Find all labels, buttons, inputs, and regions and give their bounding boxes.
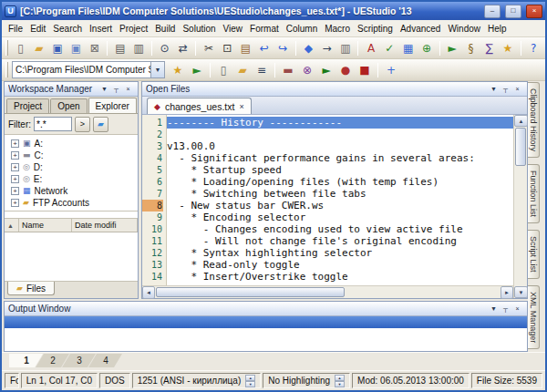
horizontal-scrollbar[interactable]: ◄ ► — [142, 285, 513, 298]
menu-item-help[interactable]: Help — [484, 20, 511, 36]
panel-menu-button[interactable]: ▼ — [488, 84, 500, 95]
scroll-left-icon[interactable]: ◄ — [142, 286, 155, 299]
save-file-button[interactable]: ▣ — [49, 39, 67, 57]
output-content[interactable] — [5, 316, 527, 351]
column-header-name[interactable]: Name — [19, 219, 72, 232]
goto-line-button[interactable]: → — [318, 39, 335, 57]
spinner-down-icon[interactable]: ▼ — [245, 381, 255, 387]
debug-button[interactable]: ● — [336, 61, 355, 79]
spinner-up-icon[interactable]: ▲ — [335, 375, 345, 381]
expand-icon[interactable]: + — [11, 139, 19, 148]
filter-apply-button[interactable]: > — [75, 117, 90, 132]
print-preview-button[interactable]: ▥ — [130, 39, 148, 57]
side-tab-clipboard-history[interactable]: Clipboard History — [528, 82, 540, 158]
maximize-button[interactable]: □ — [505, 5, 521, 18]
menu-item-file[interactable]: File — [5, 20, 26, 36]
compile-button[interactable]: ⊗ — [298, 61, 316, 79]
pin-icon[interactable]: ┬ — [500, 84, 511, 95]
panel-menu-button[interactable]: ▼ — [98, 84, 110, 95]
tree-item-e-[interactable]: +◎E: — [5, 173, 138, 185]
spell-check-button[interactable]: ✓ — [381, 39, 398, 57]
menu-item-edit[interactable]: Edit — [26, 20, 49, 36]
status-line-ending[interactable]: DOS — [99, 373, 130, 388]
menu-item-solution[interactable]: Solution — [179, 20, 219, 36]
filter-input[interactable] — [34, 117, 72, 131]
build-button[interactable]: ▬ — [279, 61, 297, 79]
toolbar-grip[interactable] — [5, 62, 8, 77]
menu-item-format[interactable]: Format — [246, 20, 283, 36]
workspace-tab-project[interactable]: Project — [6, 98, 49, 113]
save-all-button[interactable]: ▣ — [67, 39, 85, 57]
toolbar-grip[interactable] — [5, 40, 8, 56]
menu-item-macro[interactable]: Macro — [321, 20, 354, 36]
undo-button[interactable]: ↩ — [255, 39, 273, 57]
expand-icon[interactable]: + — [11, 199, 19, 207]
path-combo[interactable]: C:\Program Files\IDM Computer Sc ▼ — [12, 61, 165, 78]
tree-item-ftp-accounts[interactable]: +▰FTP Accounts — [5, 197, 138, 209]
file-list-body[interactable] — [5, 232, 138, 282]
expand-icon[interactable]: + — [11, 187, 19, 195]
redo-button[interactable]: ↪ — [274, 39, 291, 57]
output-selected-row[interactable] — [5, 316, 527, 328]
help-button[interactable]: ? — [525, 39, 542, 57]
expand-icon[interactable]: + — [11, 151, 19, 160]
panel-menu-button[interactable]: ▼ — [488, 304, 500, 315]
scroll-right-icon[interactable]: ► — [501, 286, 513, 299]
workspace-tab-explorer[interactable]: Explorer — [88, 98, 137, 113]
cut-button[interactable]: ✂ — [200, 39, 217, 57]
function-list-button[interactable]: ∑ — [480, 39, 498, 57]
uppercase-button[interactable]: A — [362, 39, 379, 57]
tab-close-icon[interactable]: × — [239, 102, 243, 111]
vertical-scroll-track[interactable] — [514, 127, 527, 286]
pin-icon[interactable]: ┬ — [500, 304, 511, 315]
pin-icon[interactable]: ┬ — [110, 84, 122, 95]
tree-item-a-[interactable]: +▣A: — [5, 138, 138, 150]
sort-icon[interactable]: ▲ — [5, 219, 19, 232]
file-tab-changes-ues[interactable]: ◆ changes_ues.txt × — [147, 98, 252, 114]
browse-folder-button[interactable]: ▰ — [93, 117, 108, 132]
scroll-down-icon[interactable]: ▼ — [514, 286, 528, 298]
print-button[interactable]: ▤ — [111, 39, 129, 57]
column-header-date-modifi[interactable]: Date modifi — [72, 219, 138, 232]
expand-icon[interactable]: + — [11, 163, 19, 171]
macro-play-button[interactable]: ► — [444, 39, 461, 57]
tag-list-button[interactable]: ▦ — [399, 39, 417, 57]
menu-item-window[interactable]: Window — [444, 20, 484, 36]
minimize-button[interactable]: – — [484, 5, 501, 18]
go-path-button[interactable]: ► — [188, 61, 206, 79]
find-button[interactable]: ⊙ — [156, 39, 173, 57]
scroll-up-icon[interactable]: ▲ — [514, 115, 528, 127]
close-file-button[interactable]: ⊠ — [86, 39, 103, 57]
chevron-down-icon[interactable]: ▼ — [150, 62, 164, 77]
menu-item-project[interactable]: Project — [116, 20, 151, 36]
open-file-button[interactable]: ▰ — [30, 39, 47, 57]
panel-close-button[interactable]: × — [511, 304, 523, 315]
expand-icon[interactable]: + — [11, 175, 19, 183]
highlighting-spinner[interactable]: ▲ ▼ — [335, 375, 345, 387]
close-button[interactable]: × — [526, 5, 542, 18]
favorites-button[interactable]: ★ — [169, 61, 187, 79]
web-preview-button[interactable]: ⊕ — [418, 39, 435, 57]
replace-button[interactable]: ⇄ — [174, 39, 191, 57]
code-area[interactable]: -------- History ------------v13.00.0 - … — [167, 115, 513, 285]
horizontal-scroll-thumb[interactable] — [156, 287, 345, 297]
menu-item-column[interactable]: Column — [283, 20, 321, 36]
stop-build-button[interactable]: ■ — [356, 61, 374, 79]
spinner-down-icon[interactable]: ▼ — [335, 381, 345, 387]
tree-item-network[interactable]: +▦Network — [5, 185, 138, 197]
status-encoding-combo[interactable]: 1251 (ANSI - кириллица) ▲ ▼ — [132, 373, 262, 388]
tree-item-d-[interactable]: +◎D: — [5, 161, 138, 173]
run-app-button[interactable]: ► — [317, 61, 335, 79]
new-file-button[interactable]: ▯ — [12, 39, 29, 57]
tools-button[interactable]: + — [382, 61, 400, 79]
spinner-up-icon[interactable]: ▲ — [245, 375, 255, 381]
toggle-bookmark-button[interactable]: ◆ — [300, 39, 317, 57]
new-project-button[interactable]: ▯ — [214, 61, 232, 79]
tree-item-c-[interactable]: +▬C: — [5, 150, 138, 161]
column-mode-button[interactable]: ▥ — [336, 39, 354, 57]
panel-close-button[interactable]: × — [122, 84, 134, 95]
panel-close-button[interactable]: × — [511, 84, 523, 95]
side-tab-function-list[interactable]: Function List — [528, 164, 540, 223]
menu-item-advanced[interactable]: Advanced — [397, 20, 444, 36]
menu-item-scripting[interactable]: Scripting — [354, 20, 397, 36]
